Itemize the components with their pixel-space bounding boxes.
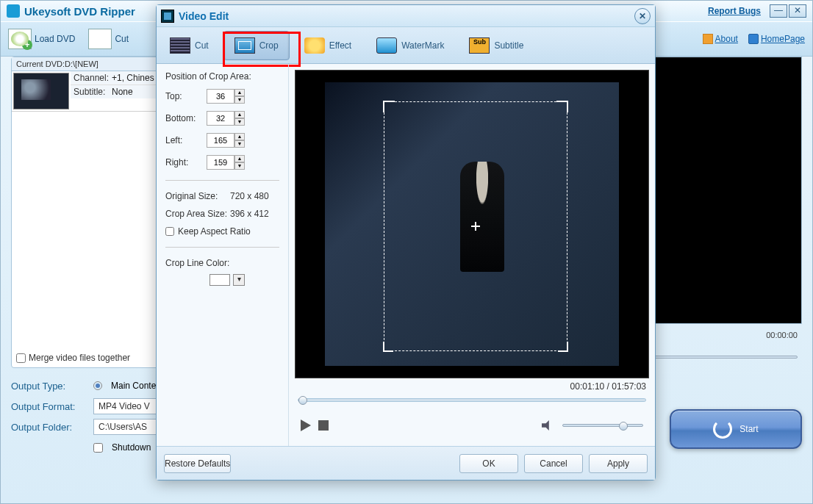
homepage-link[interactable]: HomePage [748,34,805,44]
home-icon [748,34,759,44]
crop-area-value: 396 x 412 [230,209,269,219]
preview-volume-slider[interactable] [562,424,643,427]
film-cut-icon [88,29,112,49]
channel-value: +1, Chines [112,73,154,83]
right-label: Right: [165,157,207,168]
tab-subtitle[interactable]: SubSubtitle [459,31,534,60]
keep-aspect-label: Keep Aspect Ratio [178,226,251,237]
tab-cut[interactable]: Cut [160,31,219,60]
watermark-tab-icon [376,37,397,54]
apply-button[interactable]: Apply [589,454,648,473]
cut-label: Cut [115,34,129,44]
dvd-plus-icon [8,29,32,49]
dialog-title: Video Edit [179,10,229,22]
merge-checkbox-input[interactable] [16,353,26,363]
output-format-label: Output Format: [11,401,85,412]
crop-color-label: Crop Line Color: [165,258,279,268]
seek-bar[interactable] [295,395,649,405]
bottom-input[interactable] [207,111,234,126]
crop-selection-rect[interactable] [384,101,567,351]
load-dvd-label: Load DVD [35,34,75,44]
dialog-close-button[interactable]: ✕ [634,8,651,24]
about-icon [703,34,713,44]
crop-area-label: Crop Area Size: [165,209,230,219]
left-up[interactable]: ▲ [234,133,245,140]
output-type-label: Output Type: [11,381,85,392]
top-up[interactable]: ▲ [234,89,245,96]
crop-color-swatch [209,274,230,286]
crop-tab-icon [234,37,255,54]
original-size-label: Original Size: [165,191,230,201]
output-folder-label: Output Folder: [11,422,85,433]
preview-volume-icon[interactable] [542,420,552,431]
top-label: Top: [165,91,207,101]
output-type-radio[interactable] [93,381,102,390]
video-edit-icon [161,10,174,23]
dialog-titlebar: Video Edit ✕ [157,5,655,27]
keep-aspect-checkbox[interactable] [165,227,174,236]
main-preview-time: 00:00:00 [766,331,798,339]
tab-crop[interactable]: Crop [223,31,290,60]
crop-preview-video[interactable] [295,70,649,378]
ok-button[interactable]: OK [459,454,518,473]
left-input[interactable] [207,133,234,148]
close-button[interactable]: ✕ [789,4,806,18]
bottom-down[interactable]: ▼ [234,118,245,126]
position-title: Position of Crop Area: [165,71,279,82]
report-bugs-link[interactable]: Report Bugs [708,6,761,16]
app-title: Ukeysoft DVD Ripper [24,5,135,18]
shutdown-checkbox[interactable] [93,443,103,453]
crop-center-icon [471,222,480,231]
output-type-value: Main Conte [111,381,156,391]
subtitle-label: Subtitle: [74,87,112,97]
tab-watermark[interactable]: WaterMark [366,31,454,60]
restore-defaults-button[interactable]: Restore Defaults [164,454,231,473]
dialog-tabs: Cut Crop Effect WaterMark SubSubtitle [157,27,655,64]
channel-label: Channel: [74,73,112,83]
video-edit-dialog: Video Edit ✕ Cut Crop Effect WaterMark S… [156,4,656,480]
preview-time-readout: 00:01:10 / 01:57:03 [295,378,649,395]
bottom-up[interactable]: ▲ [234,111,245,118]
crop-preview-panel: 00:01:10 / 01:57:03 [289,64,655,446]
about-link[interactable]: About [703,34,738,44]
left-label: Left: [165,135,207,145]
dvd-thumbnail [13,73,69,109]
right-up[interactable]: ▲ [234,155,245,162]
top-input[interactable] [207,89,234,104]
cancel-button[interactable]: Cancel [524,454,583,473]
app-logo-icon [7,4,20,18]
original-size-value: 720 x 480 [230,191,269,201]
bottom-label: Bottom: [165,113,207,123]
effect-tab-icon [304,37,325,54]
load-dvd-button[interactable]: Load DVD [8,29,75,49]
stop-button[interactable] [318,420,329,431]
dialog-footer: Restore Defaults OK Cancel Apply [157,446,655,480]
shutdown-label: Shutdown [112,442,151,453]
start-button[interactable]: Start [670,409,802,449]
tab-effect[interactable]: Effect [294,31,362,60]
crop-settings-panel: Position of Crop Area: Top: ▲▼ Bottom: ▲… [157,64,289,446]
merge-checkbox[interactable]: Merge video files together [16,353,130,363]
top-down[interactable]: ▼ [234,96,245,104]
minimize-button[interactable]: — [770,4,787,18]
right-input[interactable] [207,155,234,170]
subtitle-value: None [112,87,133,97]
start-spinner-icon [713,420,732,439]
cut-tab-icon [170,37,190,54]
left-down[interactable]: ▼ [234,140,245,148]
crop-color-dropdown[interactable]: ▾ [233,274,245,286]
subtitle-tab-icon: Sub [469,37,490,54]
play-button[interactable] [301,420,311,431]
right-down[interactable]: ▼ [234,162,245,170]
cut-button[interactable]: Cut [88,29,129,49]
